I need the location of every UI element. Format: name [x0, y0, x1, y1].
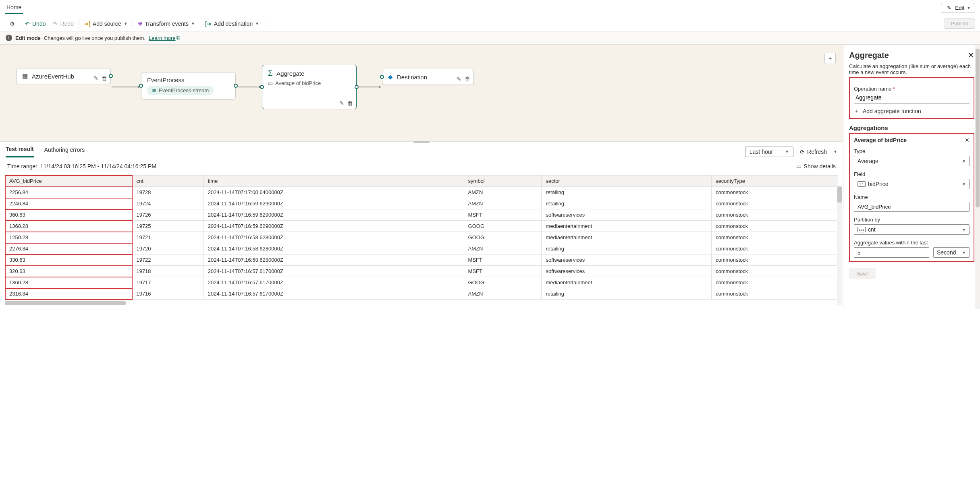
add-source-button[interactable]: ➜]Add source▼	[83, 19, 129, 29]
port-in[interactable]	[139, 84, 143, 88]
stream-icon: ≋	[152, 87, 156, 93]
table-row[interactable]: 2276.84197202024-11-14T07:16:58.6280000Z…	[5, 243, 838, 254]
pencil-icon[interactable]: ✎	[93, 75, 98, 81]
redo-icon: ↷	[53, 21, 58, 27]
field-label: Field	[854, 171, 970, 177]
chevron-down-icon: ▼	[191, 21, 195, 26]
port-in[interactable]	[260, 85, 264, 89]
within-unit-select[interactable]: Second▼	[933, 247, 970, 258]
panel-scrollbar[interactable]	[975, 45, 980, 309]
time-range-dropdown[interactable]: Last hour▼	[745, 147, 793, 157]
details-icon: ▭	[796, 163, 801, 170]
port-in[interactable]	[380, 75, 384, 79]
add-node-button[interactable]: ＋	[824, 53, 836, 64]
tab-test-result[interactable]: Test result	[6, 146, 34, 157]
aggregations-heading: Aggregations	[849, 124, 974, 131]
aggregate-panel: Aggregate✕ Calculate an aggregation (lik…	[843, 45, 980, 309]
save-button[interactable]: Save	[849, 268, 876, 279]
close-icon[interactable]: ✕	[968, 50, 974, 60]
timerange-label: Time range:	[7, 163, 37, 170]
col-symbol[interactable]: symbol	[464, 176, 542, 187]
refresh-icon: ⟳	[800, 149, 805, 155]
operation-name-label: Operation name	[854, 86, 970, 92]
table-row[interactable]: 1360.28197172024-11-14T07:16:57.6170000Z…	[5, 277, 838, 288]
vertical-scrollbar[interactable]	[837, 186, 842, 305]
table-row[interactable]: 320.63197182024-11-14T07:16:57.6170000ZM…	[5, 266, 838, 277]
settings-button[interactable]: ⚙	[9, 19, 16, 29]
col-AVG_bidPrice[interactable]: AVG_bidPrice	[5, 176, 132, 187]
table-row[interactable]: 330.63197222024-11-14T07:16:58.6280000ZM…	[5, 254, 838, 266]
chevron-down-icon: ▼	[962, 250, 966, 255]
node-aggregate[interactable]: ΣAggregate ▭Average of bidPrice ✎🗑	[262, 65, 357, 109]
editmode-title: Edit mode	[15, 35, 41, 41]
timerange-value: 11/14/24 03:16:25 PM - 11/14/24 04:16:25…	[40, 163, 156, 170]
decimal-type-icon: 1.1	[858, 181, 866, 187]
col-time[interactable]: time	[203, 176, 464, 187]
results-table: AVG_bidPricecnttimesymbolsectorsecurityT…	[5, 175, 838, 300]
publish-button[interactable]: Publish	[944, 19, 975, 29]
add-aggregate-function[interactable]: ＋Add aggregate function	[854, 108, 970, 115]
pencil-icon[interactable]: ✎	[339, 100, 344, 106]
col-securityType[interactable]: securityType	[712, 176, 838, 187]
edit-button[interactable]: ✎ Edit ▼	[941, 3, 975, 13]
operator-icon: ▭	[268, 80, 273, 86]
pencil-icon: ✎	[945, 5, 953, 11]
tab-home[interactable]: Home	[5, 2, 23, 14]
node-destination[interactable]: ◆Destination ✎🗑	[382, 69, 474, 85]
type-select[interactable]: Average▼	[854, 156, 970, 166]
table-row[interactable]: 360.63197262024-11-14T07:16:59.6290000ZM…	[5, 209, 838, 221]
table-row[interactable]: 2256.84197282024-11-14T07:17:00.6400000Z…	[5, 187, 838, 198]
int-type-icon: 123	[858, 227, 866, 232]
editmode-msg: Changes will go live once you publish th…	[44, 35, 145, 41]
trash-icon[interactable]: 🗑	[102, 75, 107, 81]
port-out[interactable]	[109, 74, 113, 78]
col-sector[interactable]: sector	[542, 176, 712, 187]
add-destination-button[interactable]: [➜Add destination▼	[204, 19, 260, 29]
node-process[interactable]: EventProcess ≋EventProcess-stream	[141, 72, 236, 99]
name-input[interactable]	[854, 202, 970, 212]
flow-canvas[interactable]: ＋ ▦AzureEventHub ✎🗑 EventProcess ≋EventP…	[0, 45, 843, 141]
col-cnt[interactable]: cnt	[132, 176, 203, 187]
tab-authoring-errors[interactable]: Authoring errors	[44, 147, 85, 157]
refresh-button[interactable]: ⟳Refresh	[799, 147, 828, 157]
table-row[interactable]: 2316.84197162024-11-14T07:16:57.6170000Z…	[5, 288, 838, 300]
chevron-down-icon: ▼	[962, 159, 966, 163]
chevron-down-icon: ▼	[962, 228, 966, 232]
destination-icon: [➜	[205, 21, 212, 27]
close-icon[interactable]: ✕	[965, 137, 970, 143]
table-row[interactable]: 1360.28197252024-11-14T07:16:59.6290000Z…	[5, 221, 838, 232]
redo-button[interactable]: ↷Redo	[52, 19, 74, 29]
type-label: Type	[854, 148, 970, 154]
panel-desc: Calculate an aggregation (like sum or av…	[849, 63, 974, 75]
chevron-down-icon: ▼	[124, 21, 128, 26]
field-select[interactable]: 1.1bidPrice▼	[854, 179, 970, 189]
learn-more-link[interactable]: Learn more⧉	[149, 35, 180, 41]
gear-icon: ⚙	[10, 21, 15, 27]
trash-icon[interactable]: 🗑	[347, 100, 353, 106]
chevron-down-icon: ▼	[785, 149, 789, 154]
aggregation-title: Average of bidPrice	[854, 137, 907, 143]
edge	[357, 87, 381, 87]
source-icon: ➜]	[84, 21, 90, 27]
within-label: Aggregate values within the last	[854, 240, 970, 246]
edge	[237, 87, 261, 87]
transform-button[interactable]: ❋Transform events▼	[137, 19, 196, 29]
pencil-icon[interactable]: ✎	[457, 76, 461, 82]
external-icon: ⧉	[176, 35, 180, 41]
partition-select[interactable]: 123cnt▼	[854, 224, 970, 235]
within-number-input[interactable]	[854, 247, 929, 258]
resize-handle[interactable]	[413, 141, 430, 143]
undo-icon: ↶	[25, 21, 30, 27]
table-row[interactable]: 1250.28197212024-11-14T07:16:58.6280000Z…	[5, 232, 838, 243]
destination-node-icon: ◆	[388, 73, 393, 81]
table-row[interactable]: 2246.84197242024-11-14T07:16:59.6290000Z…	[5, 198, 838, 209]
plus-icon: ＋	[854, 108, 860, 115]
node-source[interactable]: ▦AzureEventHub ✎🗑	[16, 68, 111, 84]
undo-button[interactable]: ↶Undo	[24, 19, 46, 29]
horizontal-scrollbar[interactable]	[5, 301, 126, 305]
chevron-down-icon[interactable]: ▼	[833, 149, 837, 154]
trash-icon[interactable]: 🗑	[465, 76, 470, 82]
operation-name-input[interactable]	[854, 92, 970, 103]
show-details-button[interactable]: ▭Show details	[796, 163, 836, 170]
sigma-icon: Σ	[268, 69, 272, 78]
